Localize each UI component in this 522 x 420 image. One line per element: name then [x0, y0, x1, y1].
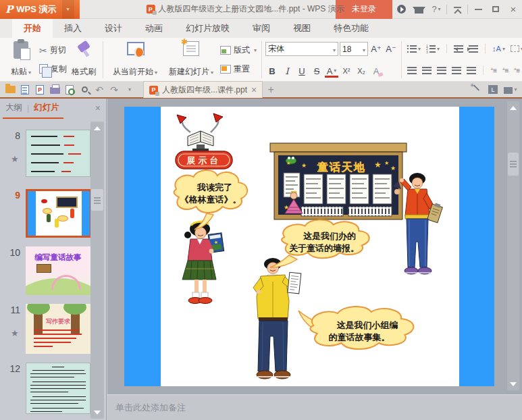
placeholder-style-button[interactable] [508, 43, 522, 55]
new-slide-button[interactable]: 新建幻灯片 [163, 40, 219, 80]
underline-button[interactable]: U [295, 64, 309, 78]
panel-scrollbar-thumb[interactable] [91, 189, 103, 211]
paste-button[interactable]: 粘贴 [4, 40, 38, 80]
svg-text:★: ★ [301, 162, 307, 169]
bold-button[interactable]: B [265, 64, 279, 78]
font-size-select[interactable]: 18 [340, 42, 368, 56]
save-button[interactable] [18, 82, 32, 97]
document-tab-label: 人教版四年级...课件.ppt [162, 84, 247, 96]
align-center-button[interactable] [420, 64, 434, 76]
tab-slideshow[interactable]: 幻灯片放映 [174, 19, 241, 38]
subscript-button[interactable]: X₂ [355, 64, 368, 78]
collapse-ribbon-icon[interactable] [448, 0, 466, 19]
feedback-icon[interactable] [392, 0, 410, 19]
tab-review[interactable]: 审阅 [241, 19, 282, 38]
main-scrollbar-thumb[interactable] [508, 153, 519, 176]
slide-thumbnail-12[interactable]: 12 [5, 363, 101, 414]
workspace-switch-button[interactable] [503, 82, 518, 97]
flag-icon [504, 87, 513, 94]
spacing-more-button[interactable]: ⁺≡ [511, 64, 521, 76]
align-left-icon [407, 67, 417, 74]
slides-tab[interactable]: 幻灯片 [34, 102, 59, 113]
scroll-down-arrow[interactable] [90, 406, 104, 419]
layout-switch-button[interactable]: L [486, 82, 500, 97]
tab-animation[interactable]: 动画 [134, 19, 174, 38]
tab-insert[interactable]: 插入 [53, 19, 93, 38]
assist-wand-button[interactable] [468, 82, 483, 97]
new-tab-button[interactable]: + [263, 82, 279, 97]
copy-button[interactable]: 复制 [39, 61, 67, 76]
wps-menu-caret-icon[interactable]: ▾ [62, 0, 74, 19]
format-painter-button[interactable]: 格式刷 [68, 40, 99, 80]
text-direction-button[interactable]: ↕A [490, 43, 507, 55]
bullets-button[interactable] [405, 43, 423, 55]
wps-menu-button[interactable]: P WPS 演示 ▾ [0, 0, 80, 19]
document-tab[interactable]: P 人教版四年级...课件.ppt [143, 81, 263, 98]
minimize-button[interactable] [469, 0, 487, 19]
paragraph-spacing-icon: ⁺≡ [502, 67, 508, 74]
ppt-file-icon: P [149, 86, 158, 95]
print-button[interactable] [47, 82, 62, 97]
tab-home[interactable]: 开始 [12, 19, 53, 38]
cut-button[interactable]: ✂ 剪切 [39, 43, 67, 58]
shrink-font-button[interactable]: A⁻ [384, 43, 398, 56]
italic-button[interactable]: I [280, 64, 294, 78]
help-button[interactable]: ? [427, 0, 445, 19]
scroll-up-arrow[interactable] [90, 122, 104, 134]
increase-indent-button[interactable] [467, 43, 480, 55]
main-scrollbar[interactable] [507, 101, 519, 390]
print-preview-button[interactable] [62, 82, 77, 97]
distribute-button[interactable] [465, 64, 478, 76]
outline-tab[interactable]: 大纲 [5, 102, 22, 113]
skin-theme-icon[interactable] [410, 0, 427, 19]
redo-button[interactable]: ↷ [107, 82, 122, 97]
tab-design[interactable]: 设计 [93, 19, 134, 38]
grow-font-button[interactable]: A⁺ [369, 43, 383, 56]
justify-button[interactable] [450, 64, 463, 76]
animation-star-icon: ★ [11, 154, 19, 164]
notes-area[interactable]: 单击此处添加备注 [107, 394, 522, 420]
new-slide-icon [183, 41, 199, 56]
align-left-button[interactable] [405, 64, 419, 76]
slide-thumbnail-11[interactable]: 11 ★ 写作要求 [5, 304, 101, 354]
decrease-indent-button[interactable] [452, 43, 465, 55]
play-from-current-button[interactable]: 从当前开始 [107, 40, 163, 80]
font-color-button[interactable]: A [325, 66, 338, 78]
slide-9-image [26, 189, 92, 238]
paragraph-spacing-button[interactable]: ⁺≡ [500, 64, 510, 76]
slide-8-image [26, 130, 90, 177]
open-file-button[interactable] [3, 82, 18, 97]
line-spacing-button[interactable]: ⁺≡ [488, 64, 498, 76]
slideshow-play-icon [126, 41, 144, 57]
panel-scrollbar[interactable] [90, 122, 104, 419]
magic-wand-icon [471, 85, 480, 95]
strikethrough-button[interactable]: S [310, 64, 323, 78]
close-tab-icon[interactable] [251, 84, 257, 95]
paper-illustration [288, 272, 301, 294]
slide-editing-area[interactable]: 童话天地 ★★ ★★ ★★ [124, 107, 494, 386]
tab-view[interactable]: 视图 [282, 19, 322, 38]
titlebar: P WPS 演示 ▾ P 人教版四年级语文上册语文园地...件.ppt - WP… [0, 0, 522, 19]
font-name-select[interactable]: 宋体 [265, 42, 338, 56]
scroll-down-arrow[interactable] [507, 378, 519, 390]
slide-thumbnail-10[interactable]: 10 编写童话故事 [5, 246, 101, 295]
layout-button[interactable]: 版式 [220, 43, 257, 58]
slide-thumbnail-8[interactable]: 8 ★ [5, 130, 101, 177]
quickbar-more-button[interactable] [122, 82, 136, 97]
export-pdf-button[interactable] [32, 82, 47, 97]
maximize-button[interactable] [487, 0, 504, 19]
undo-button[interactable]: ↶ [92, 82, 107, 97]
align-right-button[interactable] [435, 64, 448, 76]
animation-star-icon: ★ [11, 328, 19, 338]
close-panel-icon[interactable] [95, 103, 101, 113]
scroll-up-arrow[interactable] [507, 101, 519, 113]
reset-button[interactable]: 重置 [220, 61, 257, 76]
close-button[interactable]: × [504, 0, 522, 19]
toolbar-divider [103, 41, 103, 78]
numbering-button[interactable] [424, 43, 442, 55]
find-button[interactable] [77, 82, 92, 97]
superscript-button[interactable]: X² [340, 64, 353, 78]
tab-special-features[interactable]: 特色功能 [322, 19, 380, 38]
clear-format-button[interactable]: A [369, 64, 383, 78]
slide-thumbnail-9[interactable]: 9 [5, 189, 101, 238]
